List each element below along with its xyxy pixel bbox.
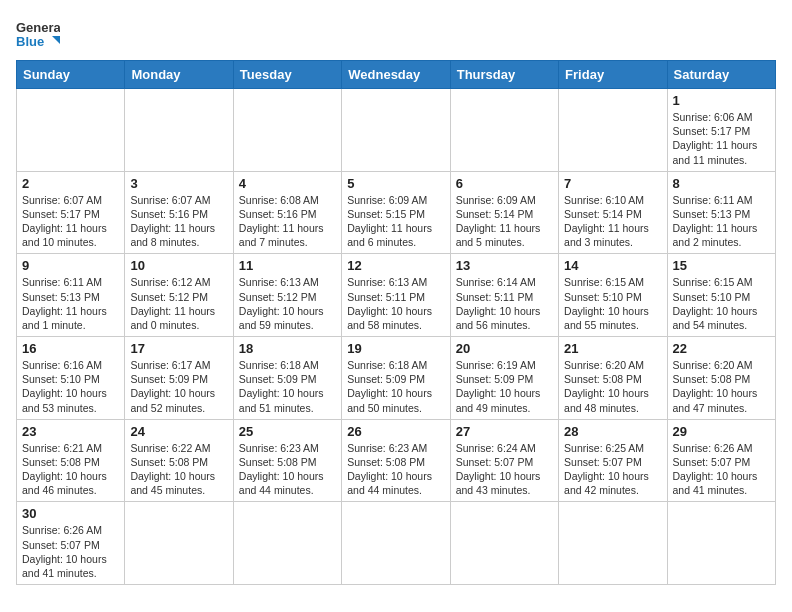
calendar-cell: 25Sunrise: 6:23 AM Sunset: 5:08 PM Dayli…: [233, 419, 341, 502]
day-number: 12: [347, 258, 444, 273]
day-number: 4: [239, 176, 336, 191]
day-number: 22: [673, 341, 770, 356]
day-number: 17: [130, 341, 227, 356]
day-info: Sunrise: 6:23 AM Sunset: 5:08 PM Dayligh…: [239, 441, 336, 498]
calendar-cell: 8Sunrise: 6:11 AM Sunset: 5:13 PM Daylig…: [667, 171, 775, 254]
day-info: Sunrise: 6:13 AM Sunset: 5:11 PM Dayligh…: [347, 275, 444, 332]
day-number: 13: [456, 258, 553, 273]
day-info: Sunrise: 6:14 AM Sunset: 5:11 PM Dayligh…: [456, 275, 553, 332]
day-number: 6: [456, 176, 553, 191]
calendar-cell: [233, 89, 341, 172]
day-number: 21: [564, 341, 661, 356]
calendar-cell: 4Sunrise: 6:08 AM Sunset: 5:16 PM Daylig…: [233, 171, 341, 254]
calendar-cell: 11Sunrise: 6:13 AM Sunset: 5:12 PM Dayli…: [233, 254, 341, 337]
day-number: 25: [239, 424, 336, 439]
weekday-header-sunday: Sunday: [17, 61, 125, 89]
week-row-4: 23Sunrise: 6:21 AM Sunset: 5:08 PM Dayli…: [17, 419, 776, 502]
day-number: 24: [130, 424, 227, 439]
calendar-cell: [667, 502, 775, 585]
day-number: 15: [673, 258, 770, 273]
calendar-cell: 2Sunrise: 6:07 AM Sunset: 5:17 PM Daylig…: [17, 171, 125, 254]
calendar-table: SundayMondayTuesdayWednesdayThursdayFrid…: [16, 60, 776, 585]
calendar-cell: 27Sunrise: 6:24 AM Sunset: 5:07 PM Dayli…: [450, 419, 558, 502]
calendar-cell: [233, 502, 341, 585]
weekday-header-wednesday: Wednesday: [342, 61, 450, 89]
calendar-cell: 26Sunrise: 6:23 AM Sunset: 5:08 PM Dayli…: [342, 419, 450, 502]
day-number: 9: [22, 258, 119, 273]
day-info: Sunrise: 6:16 AM Sunset: 5:10 PM Dayligh…: [22, 358, 119, 415]
day-info: Sunrise: 6:22 AM Sunset: 5:08 PM Dayligh…: [130, 441, 227, 498]
calendar-cell: [125, 502, 233, 585]
day-info: Sunrise: 6:21 AM Sunset: 5:08 PM Dayligh…: [22, 441, 119, 498]
calendar-cell: 16Sunrise: 6:16 AM Sunset: 5:10 PM Dayli…: [17, 337, 125, 420]
day-info: Sunrise: 6:11 AM Sunset: 5:13 PM Dayligh…: [673, 193, 770, 250]
day-number: 1: [673, 93, 770, 108]
day-number: 23: [22, 424, 119, 439]
day-info: Sunrise: 6:15 AM Sunset: 5:10 PM Dayligh…: [564, 275, 661, 332]
calendar-cell: [342, 502, 450, 585]
calendar-cell: [17, 89, 125, 172]
week-row-3: 16Sunrise: 6:16 AM Sunset: 5:10 PM Dayli…: [17, 337, 776, 420]
weekday-header-tuesday: Tuesday: [233, 61, 341, 89]
calendar-cell: 24Sunrise: 6:22 AM Sunset: 5:08 PM Dayli…: [125, 419, 233, 502]
day-number: 10: [130, 258, 227, 273]
day-info: Sunrise: 6:18 AM Sunset: 5:09 PM Dayligh…: [347, 358, 444, 415]
weekday-header-thursday: Thursday: [450, 61, 558, 89]
calendar-cell: 10Sunrise: 6:12 AM Sunset: 5:12 PM Dayli…: [125, 254, 233, 337]
svg-marker-2: [52, 36, 60, 44]
logo: General Blue: [16, 16, 60, 52]
calendar-cell: 5Sunrise: 6:09 AM Sunset: 5:15 PM Daylig…: [342, 171, 450, 254]
calendar-cell: 21Sunrise: 6:20 AM Sunset: 5:08 PM Dayli…: [559, 337, 667, 420]
day-info: Sunrise: 6:06 AM Sunset: 5:17 PM Dayligh…: [673, 110, 770, 167]
day-number: 27: [456, 424, 553, 439]
day-info: Sunrise: 6:26 AM Sunset: 5:07 PM Dayligh…: [673, 441, 770, 498]
day-info: Sunrise: 6:24 AM Sunset: 5:07 PM Dayligh…: [456, 441, 553, 498]
logo-icon: General Blue: [16, 16, 60, 52]
day-number: 11: [239, 258, 336, 273]
calendar-cell: 29Sunrise: 6:26 AM Sunset: 5:07 PM Dayli…: [667, 419, 775, 502]
day-number: 2: [22, 176, 119, 191]
calendar-cell: 18Sunrise: 6:18 AM Sunset: 5:09 PM Dayli…: [233, 337, 341, 420]
calendar-cell: [559, 89, 667, 172]
day-info: Sunrise: 6:25 AM Sunset: 5:07 PM Dayligh…: [564, 441, 661, 498]
day-info: Sunrise: 6:10 AM Sunset: 5:14 PM Dayligh…: [564, 193, 661, 250]
day-info: Sunrise: 6:13 AM Sunset: 5:12 PM Dayligh…: [239, 275, 336, 332]
day-number: 7: [564, 176, 661, 191]
day-number: 26: [347, 424, 444, 439]
week-row-5: 30Sunrise: 6:26 AM Sunset: 5:07 PM Dayli…: [17, 502, 776, 585]
day-info: Sunrise: 6:19 AM Sunset: 5:09 PM Dayligh…: [456, 358, 553, 415]
day-number: 5: [347, 176, 444, 191]
svg-text:General: General: [16, 20, 60, 35]
week-row-2: 9Sunrise: 6:11 AM Sunset: 5:13 PM Daylig…: [17, 254, 776, 337]
weekday-header-saturday: Saturday: [667, 61, 775, 89]
calendar-cell: 7Sunrise: 6:10 AM Sunset: 5:14 PM Daylig…: [559, 171, 667, 254]
calendar-cell: 12Sunrise: 6:13 AM Sunset: 5:11 PM Dayli…: [342, 254, 450, 337]
week-row-1: 2Sunrise: 6:07 AM Sunset: 5:17 PM Daylig…: [17, 171, 776, 254]
calendar-cell: 9Sunrise: 6:11 AM Sunset: 5:13 PM Daylig…: [17, 254, 125, 337]
day-info: Sunrise: 6:17 AM Sunset: 5:09 PM Dayligh…: [130, 358, 227, 415]
day-info: Sunrise: 6:26 AM Sunset: 5:07 PM Dayligh…: [22, 523, 119, 580]
calendar-cell: [559, 502, 667, 585]
calendar-cell: 19Sunrise: 6:18 AM Sunset: 5:09 PM Dayli…: [342, 337, 450, 420]
day-info: Sunrise: 6:20 AM Sunset: 5:08 PM Dayligh…: [673, 358, 770, 415]
calendar-cell: 1Sunrise: 6:06 AM Sunset: 5:17 PM Daylig…: [667, 89, 775, 172]
day-info: Sunrise: 6:11 AM Sunset: 5:13 PM Dayligh…: [22, 275, 119, 332]
calendar-cell: 14Sunrise: 6:15 AM Sunset: 5:10 PM Dayli…: [559, 254, 667, 337]
calendar-cell: 30Sunrise: 6:26 AM Sunset: 5:07 PM Dayli…: [17, 502, 125, 585]
calendar-cell: 15Sunrise: 6:15 AM Sunset: 5:10 PM Dayli…: [667, 254, 775, 337]
calendar-cell: 17Sunrise: 6:17 AM Sunset: 5:09 PM Dayli…: [125, 337, 233, 420]
day-info: Sunrise: 6:07 AM Sunset: 5:16 PM Dayligh…: [130, 193, 227, 250]
day-number: 28: [564, 424, 661, 439]
day-info: Sunrise: 6:15 AM Sunset: 5:10 PM Dayligh…: [673, 275, 770, 332]
calendar-cell: 23Sunrise: 6:21 AM Sunset: 5:08 PM Dayli…: [17, 419, 125, 502]
day-number: 14: [564, 258, 661, 273]
weekday-header-row: SundayMondayTuesdayWednesdayThursdayFrid…: [17, 61, 776, 89]
calendar-cell: [450, 89, 558, 172]
svg-text:Blue: Blue: [16, 34, 44, 49]
day-number: 30: [22, 506, 119, 521]
calendar-cell: 3Sunrise: 6:07 AM Sunset: 5:16 PM Daylig…: [125, 171, 233, 254]
calendar-cell: [125, 89, 233, 172]
day-info: Sunrise: 6:07 AM Sunset: 5:17 PM Dayligh…: [22, 193, 119, 250]
day-info: Sunrise: 6:12 AM Sunset: 5:12 PM Dayligh…: [130, 275, 227, 332]
day-number: 3: [130, 176, 227, 191]
